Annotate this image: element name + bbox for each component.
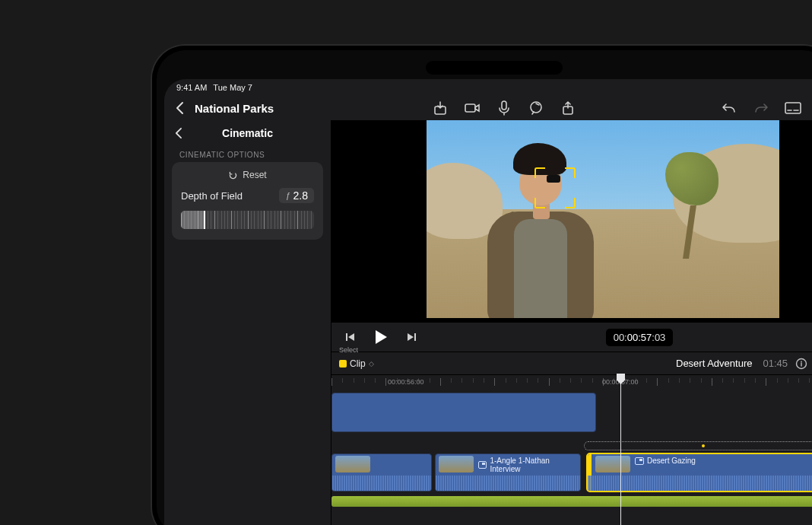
timeline-header: Select Clip ◇ Desert Adventure 01:45	[331, 352, 812, 374]
multicam-icon	[478, 461, 487, 469]
play-button[interactable]	[373, 329, 389, 345]
microphone-icon[interactable]	[496, 100, 512, 116]
panel-back-button[interactable]	[169, 124, 187, 142]
screen: 9:41 AM Tue May 7 National Parks	[164, 79, 812, 525]
connected-clip[interactable]	[331, 393, 596, 432]
panel-title: Cinematic	[222, 127, 273, 139]
slider-knob[interactable]	[204, 211, 205, 229]
depth-slider[interactable]	[181, 211, 314, 229]
svg-rect-1	[465, 104, 475, 112]
project-name: Desert Adventure	[676, 358, 752, 369]
reset-icon	[228, 170, 238, 180]
svg-rect-10	[414, 333, 416, 341]
page-title: National Parks	[195, 102, 274, 115]
depth-value-field[interactable]: ƒ 2.8	[279, 188, 314, 203]
undo-icon[interactable]	[721, 100, 737, 116]
playback-bar: 00:00:57:03	[331, 323, 812, 352]
section-label: CINEMATIC OPTIONS	[164, 146, 331, 162]
depth-label: Depth of Field	[181, 190, 243, 202]
reset-button[interactable]: Reset	[181, 170, 314, 188]
range-indicator[interactable]	[584, 441, 812, 450]
timecode-main: 00:57	[627, 332, 652, 343]
slider-ticks	[181, 211, 314, 229]
range-keyframe[interactable]	[700, 443, 706, 449]
prev-frame-button[interactable]	[342, 329, 359, 345]
project-duration: 01:45	[763, 358, 788, 369]
clip-label: Desert Gazing	[647, 457, 696, 465]
svg-rect-2	[502, 101, 506, 110]
reset-label: Reset	[243, 170, 266, 180]
clip-label: 1-Angle 1-Nathan Interview	[490, 457, 577, 473]
clip-chip-label: Clip	[350, 358, 366, 369]
top-nav: National Parks	[164, 96, 812, 120]
fstop-symbol: ƒ	[285, 191, 290, 200]
next-frame-button[interactable]	[403, 329, 420, 345]
playhead[interactable]	[620, 375, 621, 525]
device-frame: 9:41 AM Tue May 7 National Parks	[152, 46, 812, 525]
clip-chip-icon	[339, 360, 347, 368]
import-icon[interactable]	[432, 100, 449, 116]
clip-selector[interactable]: Clip ◇	[339, 358, 374, 369]
viewer[interactable]	[331, 120, 812, 323]
share-icon[interactable]	[560, 100, 576, 116]
video-frame	[427, 120, 779, 318]
clip-prev[interactable]	[331, 453, 432, 492]
clip-interview[interactable]: 1-Angle 1-Nathan Interview	[435, 453, 581, 492]
timeline-body[interactable]: 1-Angle 1-Nathan Interview Desert Gazing	[331, 388, 812, 525]
svg-rect-9	[346, 333, 347, 341]
device-notch	[426, 61, 563, 75]
timecode-prefix: 00:	[614, 332, 627, 343]
camera-icon[interactable]	[464, 100, 481, 116]
timecode-display[interactable]: 00:00:57:03	[606, 329, 674, 346]
svg-rect-5	[785, 103, 801, 113]
select-label: Select	[339, 346, 358, 354]
cinematic-card: Reset Depth of Field ƒ 2.8	[172, 162, 323, 240]
music-clip[interactable]	[331, 496, 812, 507]
back-button[interactable]	[170, 99, 189, 117]
marker-icon[interactable]	[528, 100, 544, 116]
timeline-ruler[interactable]: 00:00:56:00 00:00:57:00	[331, 374, 812, 388]
status-date: Tue May 7	[213, 83, 252, 92]
chevron-updown-icon: ◇	[369, 360, 374, 368]
inspector-panel: Cinematic CINEMATIC OPTIONS Reset Depth …	[164, 120, 331, 525]
depth-value: 2.8	[293, 189, 308, 202]
status-bar: 9:41 AM Tue May 7	[164, 79, 812, 96]
info-button[interactable]	[794, 356, 809, 371]
redo-icon[interactable]	[753, 100, 769, 116]
timecode-suffix: :03	[652, 332, 665, 343]
captions-icon[interactable]	[785, 100, 801, 116]
status-time: 9:41 AM	[176, 83, 207, 92]
cinematic-clip-icon	[635, 457, 644, 465]
ruler-label-1: 00:00:56:00	[388, 378, 424, 386]
